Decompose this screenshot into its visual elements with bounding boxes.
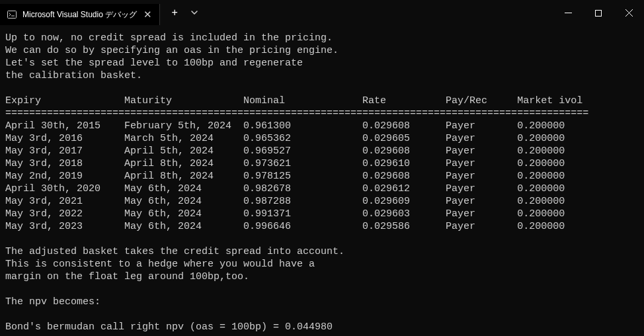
maximize-button[interactable]	[583, 3, 614, 23]
minimize-button[interactable]	[553, 3, 583, 23]
new-tab-button[interactable]: +	[164, 2, 185, 23]
tab-title: Microsoft Visual Studio デバッグ	[22, 9, 137, 21]
tab-dropdown-button[interactable]	[185, 2, 204, 23]
tab-close-button[interactable]: ✕	[142, 9, 153, 20]
close-button[interactable]	[614, 3, 644, 23]
tabs-area: Microsoft Visual Studio デバッグ ✕ +	[0, 0, 204, 25]
terminal-output[interactable]: Up to now, no credit spread is included …	[0, 25, 644, 336]
title-bar: Microsoft Visual Studio デバッグ ✕ +	[0, 0, 644, 25]
svg-rect-2	[596, 10, 602, 16]
tab-active[interactable]: Microsoft Visual Studio デバッグ ✕	[0, 4, 160, 25]
svg-rect-0	[8, 11, 17, 19]
terminal-icon	[7, 9, 17, 20]
window-controls	[553, 3, 644, 24]
